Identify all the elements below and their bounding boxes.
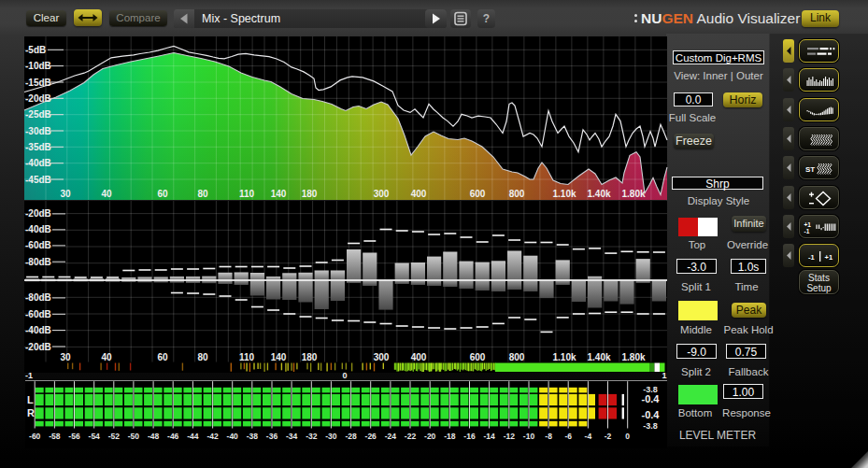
svg-text:800: 800 (509, 189, 525, 199)
svg-text:-18: -18 (444, 432, 456, 441)
svg-text:-42: -42 (206, 432, 219, 441)
svg-text:140: 140 (271, 189, 287, 199)
svg-text:R: R (27, 407, 35, 418)
svg-text:-15dB: -15dB (25, 78, 51, 88)
svg-text:-25dB: -25dB (25, 109, 51, 120)
svg-text:-2: -2 (605, 432, 612, 441)
svg-text:1.10k: 1.10k (552, 352, 576, 362)
svg-text:-4: -4 (585, 432, 592, 441)
svg-text:-6: -6 (564, 432, 572, 441)
svg-text:-52: -52 (108, 432, 121, 441)
svg-text:-60: -60 (29, 432, 41, 441)
svg-text:300: 300 (374, 352, 390, 362)
svg-text:-3.8: -3.8 (643, 421, 658, 431)
svg-text:1.80k: 1.80k (621, 352, 645, 362)
svg-text:-12: -12 (504, 432, 516, 441)
svg-text:30: 30 (60, 352, 71, 362)
svg-text:0: 0 (625, 432, 630, 441)
svg-text:-20dB: -20dB (25, 208, 51, 219)
svg-text:-34: -34 (286, 432, 298, 441)
svg-text:1.80k: 1.80k (621, 189, 645, 199)
svg-text:0: 0 (342, 371, 347, 380)
svg-text:-36: -36 (266, 432, 278, 441)
svg-text:110: 110 (239, 189, 255, 199)
svg-text:-40dB: -40dB (25, 325, 51, 335)
svg-text:ST: ST (805, 165, 815, 174)
svg-text:180: 180 (302, 189, 318, 199)
svg-text:-1: -1 (808, 253, 815, 262)
svg-text:80: 80 (197, 189, 208, 199)
svg-text:40: 40 (101, 352, 112, 362)
svg-text:-16: -16 (463, 432, 476, 441)
svg-text:110: 110 (239, 352, 255, 362)
svg-text:30: 30 (60, 189, 71, 199)
svg-text:-58: -58 (49, 432, 61, 441)
svg-text:800: 800 (509, 352, 525, 362)
svg-text:180: 180 (302, 352, 318, 362)
svg-text:-38: -38 (247, 432, 259, 441)
svg-text:-30: -30 (325, 432, 337, 441)
svg-text:-20dB: -20dB (25, 93, 51, 104)
svg-text:300: 300 (374, 189, 390, 199)
svg-text:140: 140 (271, 352, 287, 362)
svg-text:-35dB: -35dB (25, 142, 51, 152)
svg-text:1.10k: 1.10k (552, 189, 576, 199)
svg-text:-1: -1 (25, 371, 33, 380)
svg-text:-48: -48 (148, 432, 160, 441)
svg-text:-14: -14 (483, 432, 495, 441)
svg-text:40: 40 (101, 189, 112, 199)
svg-text:-30dB: -30dB (25, 126, 51, 136)
svg-text:-50: -50 (128, 432, 140, 441)
svg-text:400: 400 (411, 189, 427, 199)
svg-text:-60dB: -60dB (25, 309, 51, 319)
svg-text:+1: +1 (825, 253, 833, 262)
svg-text:-56: -56 (68, 432, 80, 441)
svg-text:-20dB: -20dB (25, 342, 51, 352)
svg-text:+1: +1 (804, 221, 812, 228)
svg-text:1.40k: 1.40k (587, 352, 610, 362)
svg-text:-10: -10 (523, 432, 535, 441)
svg-text:-26: -26 (365, 432, 377, 441)
svg-text:-10dB: -10dB (25, 61, 51, 71)
svg-text:-44: -44 (187, 432, 199, 441)
svg-text:-28: -28 (345, 432, 357, 441)
svg-text:-60dB: -60dB (25, 240, 51, 250)
svg-text:-46: -46 (167, 432, 179, 441)
svg-text:80: 80 (197, 352, 208, 362)
svg-text:1.40k: 1.40k (587, 189, 610, 199)
svg-text:600: 600 (470, 189, 486, 199)
svg-text:-5dB: -5dB (25, 45, 46, 55)
svg-text:L: L (27, 394, 34, 405)
svg-text:-24: -24 (385, 432, 397, 441)
svg-text:-40: -40 (227, 432, 239, 441)
svg-text:60: 60 (157, 352, 168, 362)
svg-text:-80dB: -80dB (25, 257, 51, 267)
svg-text:-40dB: -40dB (25, 158, 51, 168)
svg-text:-8: -8 (545, 432, 552, 441)
svg-text:-45dB: -45dB (25, 175, 51, 185)
svg-text:-3.8: -3.8 (643, 385, 658, 394)
svg-text:-1: -1 (804, 228, 810, 234)
svg-text:-20: -20 (424, 432, 436, 441)
svg-text:-22: -22 (405, 432, 417, 441)
svg-text:-80dB: -80dB (25, 292, 51, 303)
svg-text:-54: -54 (89, 432, 101, 441)
svg-text:-32: -32 (306, 432, 318, 441)
svg-text:-0.4: -0.4 (642, 393, 661, 404)
svg-text:-40dB: -40dB (25, 224, 51, 234)
svg-text:400: 400 (411, 352, 427, 362)
svg-text:60: 60 (157, 189, 168, 199)
svg-text:600: 600 (470, 352, 486, 362)
